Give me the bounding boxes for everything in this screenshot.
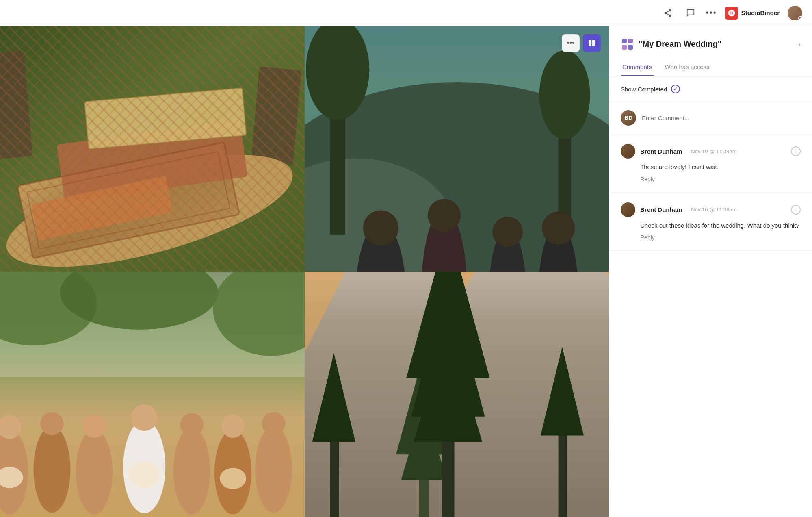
comment-avatar-2 bbox=[621, 202, 635, 217]
svg-rect-7 bbox=[17, 142, 239, 258]
comment-time-2: Nov 10 @ 11:38am bbox=[691, 206, 736, 213]
svg-point-56 bbox=[128, 462, 160, 488]
icon-sq-4 bbox=[628, 45, 633, 50]
grid-icon bbox=[588, 39, 596, 47]
svg-point-44 bbox=[40, 412, 63, 435]
comment-author-name-1: Brent Dunham bbox=[640, 148, 682, 155]
avatar-notification-dot bbox=[798, 16, 802, 20]
svg-point-57 bbox=[220, 468, 246, 489]
svg-rect-1 bbox=[0, 26, 305, 272]
comment-input-row: BD bbox=[609, 102, 812, 134]
svg-point-46 bbox=[82, 415, 106, 438]
photo-cell-bridesmaids[interactable] bbox=[0, 272, 305, 517]
svg-rect-6 bbox=[57, 119, 248, 202]
main-layout: ••• bbox=[0, 26, 812, 517]
comment-text-1: These are lovely! I can't wait. bbox=[640, 163, 801, 172]
more-options-button[interactable]: ••• bbox=[706, 8, 717, 17]
photo-rugs-image bbox=[0, 26, 305, 272]
svg-point-50 bbox=[180, 413, 204, 436]
svg-point-4 bbox=[0, 132, 303, 272]
comment-header-2: Brent Dunham Nov 10 @ 11:38am ○ bbox=[621, 202, 801, 217]
comment-item-2: Brent Dunham Nov 10 @ 11:38am ○ Check ou… bbox=[609, 193, 812, 251]
app-squares-icon bbox=[622, 39, 633, 50]
right-panel: "My Dream Wedding" › Comments Who has ac… bbox=[609, 26, 812, 517]
gallery-view-button[interactable] bbox=[583, 34, 601, 52]
svg-point-45 bbox=[76, 430, 113, 515]
panel-header: "My Dream Wedding" › Comments Who has ac… bbox=[609, 26, 812, 76]
current-user-avatar: BD bbox=[621, 110, 636, 126]
svg-rect-2 bbox=[0, 51, 33, 160]
photo-bridesmaids-image bbox=[0, 272, 305, 517]
svg-point-19 bbox=[539, 50, 590, 139]
svg-point-43 bbox=[33, 426, 70, 513]
svg-rect-9 bbox=[84, 88, 246, 149]
photo-cell-rugs[interactable] bbox=[0, 26, 305, 272]
brand-name: StudioBinder bbox=[741, 9, 780, 16]
panel-chevron-icon[interactable]: › bbox=[798, 39, 801, 49]
svg-point-31 bbox=[427, 199, 460, 232]
svg-point-35 bbox=[541, 212, 574, 245]
svg-point-29 bbox=[363, 210, 398, 245]
svg-rect-8 bbox=[27, 152, 230, 249]
svg-point-53 bbox=[255, 426, 292, 513]
svg-point-49 bbox=[173, 428, 210, 514]
svg-rect-0 bbox=[0, 26, 305, 272]
comment-item-1: Brent Dunham Nov 10 @ 11:39am ○ These ar… bbox=[609, 134, 812, 193]
comment-time-1: Nov 10 @ 11:39am bbox=[691, 148, 736, 154]
comment-icon[interactable] bbox=[683, 6, 698, 20]
svg-point-54 bbox=[262, 412, 285, 435]
photo-grid bbox=[0, 26, 609, 517]
gallery-more-button[interactable]: ••• bbox=[562, 34, 580, 52]
panel-icon bbox=[621, 37, 634, 50]
comment-text-2: Check out these ideas for the wedding. W… bbox=[640, 221, 801, 230]
icon-sq-2 bbox=[628, 39, 633, 43]
brand-logo-area[interactable]: StudioBinder bbox=[725, 7, 780, 20]
panel-title-row: "My Dream Wedding" › bbox=[621, 37, 801, 50]
comment-author-name-2: Brent Dunham bbox=[640, 206, 682, 213]
panel-title-left: "My Dream Wedding" bbox=[621, 37, 721, 50]
svg-rect-10 bbox=[84, 88, 246, 149]
comment-reply-2[interactable]: Reply bbox=[640, 234, 801, 241]
svg-rect-3 bbox=[251, 67, 301, 165]
share-icon[interactable] bbox=[660, 6, 675, 20]
svg-rect-5 bbox=[17, 142, 239, 258]
show-completed-check[interactable]: ✓ bbox=[671, 85, 680, 93]
svg-point-48 bbox=[131, 404, 158, 431]
show-completed-label: Show Completed bbox=[621, 86, 667, 93]
comment-reply-1[interactable]: Reply bbox=[640, 176, 801, 182]
comment-avatar-1 bbox=[621, 144, 635, 159]
comment-header-1: Brent Dunham Nov 10 @ 11:39am ○ bbox=[621, 144, 801, 159]
comment-input-field[interactable] bbox=[642, 115, 801, 122]
comment-author-row-1: Brent Dunham Nov 10 @ 11:39am bbox=[621, 144, 737, 159]
icon-sq-1 bbox=[622, 39, 627, 43]
user-avatar-header[interactable] bbox=[788, 6, 802, 20]
gallery-toolbar: ••• bbox=[562, 34, 601, 52]
tab-who-has-access[interactable]: Who has access bbox=[663, 59, 711, 76]
comment-check-1[interactable]: ○ bbox=[791, 146, 801, 156]
comment-check-2[interactable]: ○ bbox=[791, 205, 801, 215]
header: ••• StudioBinder bbox=[0, 0, 812, 26]
photo-cell-gathering[interactable] bbox=[305, 26, 609, 272]
panel-title-text: "My Dream Wedding" bbox=[639, 39, 721, 49]
comment-author-row-2: Brent Dunham Nov 10 @ 11:38am bbox=[621, 202, 737, 217]
brand-logo-icon bbox=[725, 7, 738, 20]
show-completed-row: Show Completed ✓ bbox=[609, 76, 812, 102]
more-dots-icon: ••• bbox=[567, 39, 575, 48]
tab-comments[interactable]: Comments bbox=[621, 59, 654, 76]
icon-sq-3 bbox=[622, 45, 627, 50]
svg-rect-11 bbox=[31, 176, 173, 241]
photo-gathering-image bbox=[305, 26, 609, 272]
photo-cell-forest[interactable] bbox=[305, 272, 609, 517]
panel-body: Show Completed ✓ BD Brent Dunham Nov 10 … bbox=[609, 76, 812, 517]
panel-tabs: Comments Who has access bbox=[621, 59, 801, 76]
photo-forest-image bbox=[305, 272, 609, 517]
gallery-area: ••• bbox=[0, 26, 609, 517]
svg-point-33 bbox=[492, 217, 523, 247]
svg-point-52 bbox=[221, 415, 245, 438]
